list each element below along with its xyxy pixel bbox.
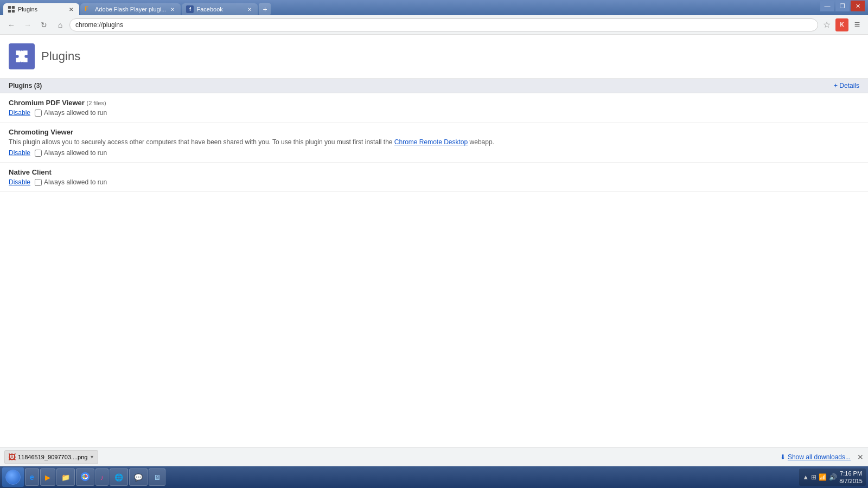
clock-time: 7:16 PM — [839, 470, 863, 477]
page-title: Plugins — [41, 49, 80, 63]
plugin-chromoting-disable[interactable]: Disable — [9, 149, 30, 157]
tray-network-icon: ⊞ — [811, 473, 816, 481]
plugin-chromoting-always-allow[interactable]: Always allowed to run — [35, 149, 107, 157]
title-bar: Plugins ✕ F Adobe Flash Player plugi... … — [0, 0, 868, 15]
facebook-tab-icon: f — [186, 5, 194, 13]
tray-signal-icon: 📶 — [819, 473, 827, 481]
tray-up-arrow[interactable]: ▲ — [802, 473, 809, 481]
nav-bar: ← → ↻ ⌂ ☆ K ≡ — [0, 15, 868, 35]
page-content: Plugins Plugins (3) + Details Chromium P… — [0, 35, 868, 447]
chrome-icon — [81, 472, 90, 483]
files-icon: 📁 — [61, 473, 70, 481]
plugin-chromoting-desc: This plugin allows you to securely acces… — [9, 138, 859, 146]
tab-facebook-label: Facebook — [196, 6, 243, 12]
tray-volume-icon[interactable]: 🔊 — [829, 473, 837, 481]
plugin-pdf-extra: (2 files) — [87, 100, 106, 106]
tab-facebook[interactable]: f Facebook ✕ — [182, 3, 258, 15]
tab-plugins[interactable]: Plugins ✕ — [3, 3, 79, 15]
bookmark-star-button[interactable]: ☆ — [820, 18, 833, 31]
cyber-icon: 🌐 — [114, 473, 123, 481]
start-orb — [5, 470, 21, 485]
svg-rect-3 — [12, 10, 15, 12]
page-header: Plugins — [0, 35, 868, 79]
chrome-remote-desktop-link[interactable]: Chrome Remote Desktop — [394, 138, 468, 146]
reload-button[interactable]: ↻ — [37, 18, 51, 32]
flash-tab-icon: F — [85, 5, 92, 13]
taskbar-item-media[interactable]: ▶ — [40, 468, 55, 486]
plugin-native-always-allow[interactable]: Always allowed to run — [35, 178, 107, 186]
system-tray: ▲ ⊞ 📶 🔊 7:16 PM 8/7/2015 — [799, 468, 866, 486]
svg-rect-1 — [12, 6, 15, 9]
plugins-tab-icon — [8, 5, 15, 13]
download-arrow-icon: ⬇ — [780, 453, 786, 461]
svg-rect-2 — [8, 10, 11, 12]
remote-icon: 🖥 — [154, 473, 161, 481]
plugin-entry-chromoting: Chromoting Viewer This plugin allows you… — [0, 123, 868, 163]
download-bar-close[interactable]: ✕ — [857, 453, 864, 461]
home-button[interactable]: ⌂ — [53, 18, 67, 32]
tray-time: 7:16 PM 8/7/2015 — [839, 470, 863, 485]
taskbar: e ▶ 📁 ♪ 🌐 💬 🖥 — [0, 466, 868, 488]
taskbar-item-chrome[interactable] — [76, 468, 94, 486]
chat-icon: 💬 — [134, 473, 143, 481]
plugin-entry-pdf: Chromium PDF Viewer (2 files) Disable Al… — [0, 93, 868, 123]
plugin-pdf-name: Chromium PDF Viewer (2 files) — [9, 99, 859, 107]
show-all-downloads-link[interactable]: Show all downloads... — [788, 453, 851, 461]
ie-icon: e — [30, 473, 34, 481]
tab-flash[interactable]: F Adobe Flash Player plugi... ✕ — [80, 3, 181, 15]
download-bar: 🖼 11846519_9097703....png ▾ ⬇ Show all d… — [0, 447, 868, 466]
plugin-native-checkbox[interactable] — [35, 179, 42, 186]
plugin-native-controls: Disable Always allowed to run — [9, 178, 859, 186]
plugin-count: Plugins (3) — [9, 82, 42, 89]
taskbar-item-remote[interactable]: 🖥 — [149, 468, 165, 486]
download-file-name: 11846519_9097703....png — [18, 454, 87, 460]
plugin-entry-native: Native Client Disable Always allowed to … — [0, 163, 868, 192]
back-button[interactable]: ← — [4, 18, 18, 32]
taskbar-item-files[interactable]: 📁 — [56, 468, 75, 486]
plugin-chromoting-controls: Disable Always allowed to run — [9, 149, 859, 157]
close-button[interactable]: ✕ — [851, 1, 865, 11]
address-bar[interactable] — [69, 18, 818, 31]
extension-icon[interactable]: K — [835, 18, 848, 31]
tab-flash-label: Adobe Flash Player plugi... — [95, 6, 166, 12]
new-tab-button[interactable]: + — [259, 3, 271, 15]
puzzle-icon — [13, 48, 30, 65]
tab-plugins-close[interactable]: ✕ — [67, 5, 75, 13]
download-file-icon: 🖼 — [8, 453, 16, 461]
plugin-pdf-controls: Disable Always allowed to run — [9, 109, 859, 117]
plugin-chromoting-name: Chromoting Viewer — [9, 128, 859, 136]
minimize-button[interactable]: — — [820, 1, 834, 11]
taskbar-item-cyber[interactable]: 🌐 — [110, 468, 128, 486]
download-chevron-icon[interactable]: ▾ — [90, 453, 94, 461]
plugin-native-disable[interactable]: Disable — [9, 178, 30, 186]
clock-date: 8/7/2015 — [839, 477, 863, 485]
plugin-native-name: Native Client — [9, 168, 859, 176]
taskbar-item-itunes[interactable]: ♪ — [95, 468, 109, 486]
details-link[interactable]: + Details — [834, 82, 859, 89]
window-controls: — ❐ ✕ — [820, 1, 865, 11]
plugin-chromoting-checkbox[interactable] — [35, 150, 42, 157]
plugin-count-bar: Plugins (3) + Details — [0, 79, 868, 93]
page-icon — [9, 43, 35, 69]
taskbar-item-ie[interactable]: e — [25, 468, 39, 486]
tab-plugins-label: Plugins — [18, 6, 65, 12]
tab-flash-close[interactable]: ✕ — [169, 5, 176, 13]
restore-button[interactable]: ❐ — [835, 1, 850, 11]
media-icon: ▶ — [45, 473, 50, 481]
forward-button[interactable]: → — [21, 18, 35, 32]
plugin-pdf-always-allow[interactable]: Always allowed to run — [35, 109, 107, 117]
taskbar-item-chat[interactable]: 💬 — [129, 468, 148, 486]
start-button[interactable] — [2, 467, 24, 487]
chrome-menu-button[interactable]: ≡ — [851, 18, 864, 31]
plugin-pdf-disable[interactable]: Disable — [9, 109, 30, 117]
download-item[interactable]: 🖼 11846519_9097703....png ▾ — [4, 450, 98, 464]
svg-rect-0 — [8, 6, 11, 9]
plugin-pdf-checkbox[interactable] — [35, 110, 42, 117]
plugin-section: Plugins (3) + Details Chromium PDF Viewe… — [0, 79, 868, 192]
tab-facebook-close[interactable]: ✕ — [246, 5, 253, 13]
itunes-icon: ♪ — [100, 473, 104, 481]
